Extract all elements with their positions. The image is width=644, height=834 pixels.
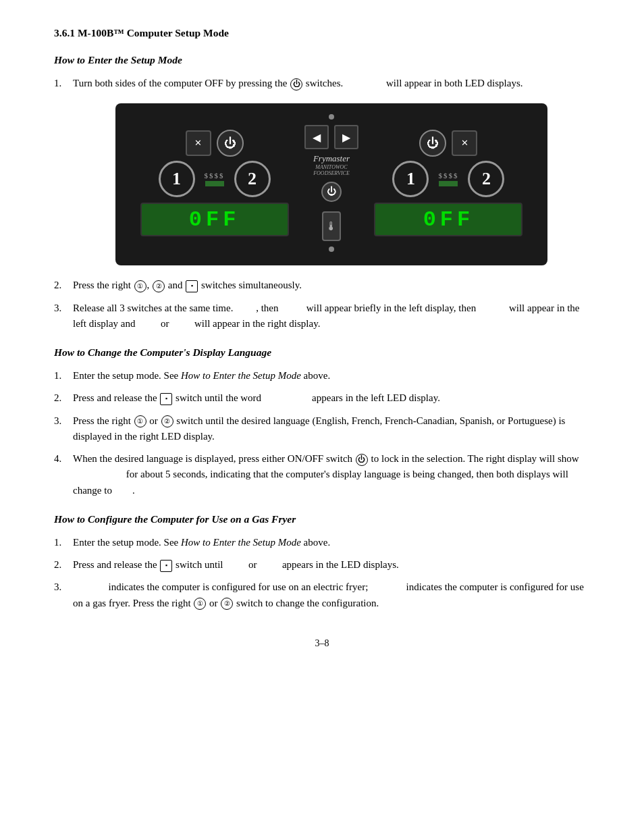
step-gas-3: 3. indicates the computer is configured … bbox=[54, 579, 590, 611]
step-gas-num-1: 1. bbox=[54, 535, 73, 550]
right-buttons-row: ⏻ ✕ bbox=[419, 130, 477, 157]
thermometer-btn: 🌡 bbox=[322, 211, 341, 241]
square-icon-gas: ▪ bbox=[160, 560, 172, 572]
power-icon-lang: ⏻ bbox=[356, 454, 368, 466]
left-btn-1: 1 bbox=[159, 161, 195, 197]
step-lang-2: 2. Press and release the ▪ switch until … bbox=[54, 390, 590, 406]
left-buttons-row: ✕ ⏻ bbox=[186, 130, 244, 157]
right-btn-2: 2 bbox=[468, 161, 504, 197]
top-dot bbox=[329, 114, 334, 120]
step-gas-content-1: Enter the setup mode. See How to Enter t… bbox=[73, 535, 590, 550]
step-lang-num-4: 4. bbox=[54, 451, 73, 498]
frymaster-logo: Frymaster MANITOWOC FOODSERVICE bbox=[300, 153, 363, 176]
right-number-row: 1 $$$$ 2 bbox=[392, 161, 504, 197]
center-power-btn: ⏻ bbox=[321, 182, 342, 202]
left-led-text: 0FF bbox=[189, 207, 240, 232]
step-lang-num-2: 2. bbox=[54, 390, 73, 406]
center-arrow-row: ◀ ▶ bbox=[304, 125, 358, 149]
step-content-3: Release all 3 switches at the same time.… bbox=[73, 301, 590, 332]
right-led-text: 0FF bbox=[423, 207, 475, 232]
step-gas-content-2: Press and release the ▪ switch until or … bbox=[73, 557, 590, 573]
circle-1-icon: ① bbox=[134, 280, 146, 292]
arrow-left-btn: ◀ bbox=[304, 125, 329, 149]
circle-2-icon: ② bbox=[153, 280, 165, 292]
power-icon-inline: ⏻ bbox=[290, 78, 302, 90]
square-icon: ▪ bbox=[186, 280, 198, 292]
step-enter-3: 3. Release all 3 switches at the same ti… bbox=[54, 301, 590, 332]
left-power-btn: ⏻ bbox=[217, 130, 244, 157]
left-ssss: $$$$ bbox=[205, 172, 225, 186]
bottom-dot bbox=[329, 246, 334, 252]
step-gas-content-3: indicates the computer is configured for… bbox=[73, 579, 590, 611]
step-lang-content-2: Press and release the ▪ switch until the… bbox=[73, 390, 590, 406]
step-content-1: Turn both sides of the computer OFF by p… bbox=[73, 76, 590, 91]
step-gas-num-2: 2. bbox=[54, 557, 73, 573]
right-ssss: $$$$ bbox=[438, 172, 458, 186]
circle-2-icon-lang: ② bbox=[161, 415, 173, 427]
fryer-center: ◀ ▶ Frymaster MANITOWOC FOODSERVICE ⏻ 🌡 bbox=[300, 125, 363, 241]
step-lang-3: 3. Press the right ① or ② switch until t… bbox=[54, 413, 590, 445]
left-x-btn: ✕ bbox=[186, 130, 211, 156]
step-enter-2: 2. Press the right ①, ② and ▪ switches s… bbox=[54, 278, 590, 293]
right-x-btn: ✕ bbox=[452, 130, 477, 156]
circle-2-icon-gas: ② bbox=[221, 598, 233, 610]
step-lang-num-1: 1. bbox=[54, 368, 73, 384]
circle-1-icon-lang: ① bbox=[134, 415, 146, 427]
step-gas-num-3: 3. bbox=[54, 579, 73, 611]
fryer-left-side: ✕ ⏻ 1 $$$$ 2 0FF bbox=[129, 130, 300, 236]
right-power-btn: ⏻ bbox=[419, 130, 446, 157]
step-enter-1: 1. Turn both sides of the computer OFF b… bbox=[54, 76, 590, 91]
arrow-right-btn: ▶ bbox=[334, 125, 358, 149]
sub-heading-gas: How to Configure the Computer for Use on… bbox=[54, 513, 590, 525]
step-num-2: 2. bbox=[54, 278, 73, 293]
page-number: 3–8 bbox=[54, 638, 590, 649]
fryer-panel-image: ✕ ⏻ 1 $$$$ 2 0FF ◀ bbox=[73, 103, 590, 265]
step-lang-content-3: Press the right ① or ② switch until the … bbox=[73, 413, 590, 445]
square-icon-2: ▪ bbox=[160, 393, 172, 405]
step-lang-4: 4. When the desired language is displaye… bbox=[54, 451, 590, 498]
step-content-2: Press the right ①, ② and ▪ switches simu… bbox=[73, 278, 590, 293]
step-lang-num-3: 3. bbox=[54, 413, 73, 445]
sub-heading-language: How to Change the Computer's Display Lan… bbox=[54, 346, 590, 359]
circle-1-icon-gas: ① bbox=[194, 598, 206, 610]
step-lang-content-1: Enter the setup mode. See How to Enter t… bbox=[73, 368, 590, 384]
frymaster-sub: MANITOWOC FOODSERVICE bbox=[300, 164, 363, 176]
step-gas-2: 2. Press and release the ▪ switch until … bbox=[54, 557, 590, 573]
section-heading: 3.6.1 M-100B™ Computer Setup Mode bbox=[54, 27, 590, 39]
left-number-row: 1 $$$$ 2 bbox=[159, 161, 271, 197]
fryer-panel: ✕ ⏻ 1 $$$$ 2 0FF ◀ bbox=[115, 103, 547, 265]
sub-heading-enter: How to Enter the Setup Mode bbox=[54, 54, 590, 66]
right-btn-1: 1 bbox=[392, 161, 429, 197]
step-lang-1: 1. Enter the setup mode. See How to Ente… bbox=[54, 368, 590, 384]
right-led: 0FF bbox=[374, 203, 522, 236]
step-num-1: 1. bbox=[54, 76, 73, 91]
step-lang-content-4: When the desired language is displayed, … bbox=[73, 451, 590, 498]
step-num-3: 3. bbox=[54, 301, 73, 332]
step-gas-1: 1. Enter the setup mode. See How to Ente… bbox=[54, 535, 590, 550]
left-btn-2: 2 bbox=[234, 161, 271, 197]
left-led: 0FF bbox=[140, 203, 289, 236]
fryer-right-side: ⏻ ✕ 1 $$$$ 2 0FF bbox=[363, 130, 534, 236]
fryer-main-row: ✕ ⏻ 1 $$$$ 2 0FF ◀ bbox=[129, 125, 534, 241]
